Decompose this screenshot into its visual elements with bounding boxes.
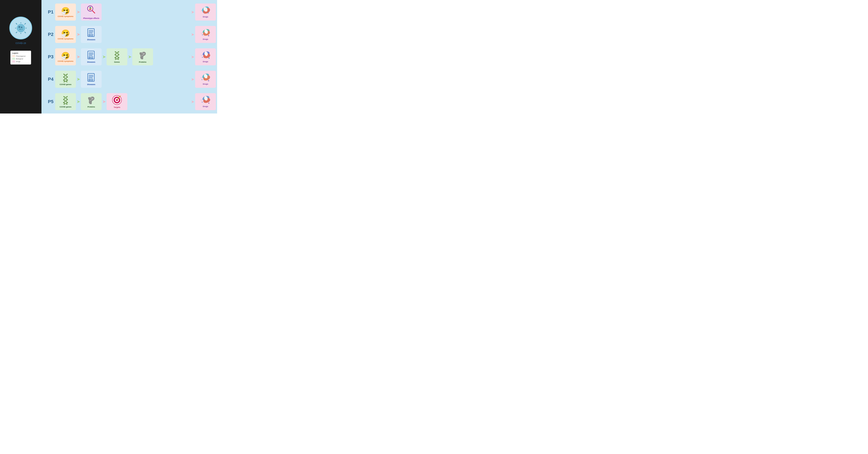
covid-genes-dna-p5-icon (61, 95, 70, 105)
p5-targets-icon (112, 95, 122, 106)
p3-drugs-label: Drugs (203, 61, 208, 63)
p4-diseases-icon (87, 73, 96, 83)
svg-point-105 (202, 102, 203, 103)
pipeline-p4: P4 COVID genes ➤ (43, 68, 216, 90)
p1-arrow-1: ➤ (76, 9, 80, 15)
p1-arrow-2: ➤ (191, 9, 194, 15)
p3-arrow-4: ➤ (191, 54, 194, 59)
svg-point-65 (202, 57, 203, 58)
svg-point-15 (25, 32, 26, 33)
proteins-p5-icon (86, 95, 96, 105)
p5-proteins-icon (86, 95, 96, 106)
p3-spacer: ➤ (153, 54, 195, 59)
p3-arrow-3: ➤ (128, 54, 132, 60)
svg-point-1 (20, 22, 21, 23)
svg-point-31 (201, 10, 202, 10)
p2-spacer: ➤ (102, 32, 195, 37)
targets-bullseye-icon (112, 95, 122, 105)
svg-point-16 (17, 24, 25, 32)
p5-proteins-label: Proteins (88, 106, 95, 108)
svg-point-13 (16, 32, 17, 33)
svg-point-44 (202, 34, 203, 35)
p1-drugs: Drugs (195, 3, 216, 21)
p4-arrow-1: ➤ (76, 77, 80, 82)
p2-drugs-label: Drugs (203, 38, 208, 40)
p3-symptoms-label: COVID symptoms (58, 60, 73, 62)
p4-drugs-label: Drugs (203, 83, 208, 85)
legend-label-phenotypical: Phenotypical (16, 55, 26, 57)
p3-genes-label: Genes (114, 61, 120, 63)
p4-drugs-icon (200, 74, 211, 83)
p3-drugs: Drugs (195, 48, 216, 65)
p3-label: P3 (43, 54, 55, 60)
svg-point-7 (26, 28, 26, 29)
sidebar: COVID-19 Layers Phenotypical Biological … (0, 0, 41, 113)
p1-covid-symptoms: 🤧 COVID symptoms (55, 3, 76, 21)
p4-covid-genes-label: COVID genes (60, 83, 71, 85)
virus-icon (15, 22, 27, 34)
covid-logo: COVID-19 (9, 17, 32, 45)
legend-color-drugs (12, 60, 15, 62)
p1-steps: 🤧 COVID symptoms ➤ (55, 1, 216, 23)
svg-point-66 (208, 57, 210, 58)
diseases-doc-icon (87, 28, 96, 37)
p5-arrow-3: ➤ (191, 99, 194, 104)
p3-diseases-label: Diseases (87, 61, 95, 63)
svg-line-100 (120, 96, 121, 96)
svg-point-67 (201, 55, 202, 55)
p2-drugs-icon (200, 29, 211, 38)
pipeline-p2: P2 🤧 COVID symptoms ➤ (43, 24, 216, 45)
p3-covid-symptoms: 🤧 COVID symptoms (55, 48, 76, 65)
svg-point-45 (208, 35, 209, 36)
svg-point-25 (90, 7, 91, 8)
p2-arrow-1: ➤ (76, 32, 80, 37)
drugs-pill-p3-icon (200, 51, 211, 59)
covid-title: COVID-19 (16, 42, 26, 45)
drugs-pill-p4-icon (200, 74, 211, 82)
p2-covid-symptoms: 🤧 COVID symptoms (55, 26, 76, 43)
p4-spacer: ➤ (102, 77, 195, 82)
p5-drugs: Drugs (195, 93, 216, 110)
p5-steps: COVID genes ➤ Proteins ➤ (55, 91, 216, 112)
svg-point-3 (20, 33, 21, 34)
svg-point-93 (92, 98, 93, 99)
p5-genes-icon (61, 95, 70, 106)
svg-point-61 (144, 53, 145, 54)
p4-diseases: Diseases (81, 71, 102, 88)
svg-rect-23 (89, 8, 91, 10)
p5-label: P5 (43, 99, 55, 104)
p2-symptoms-label: COVID symptoms (58, 38, 73, 40)
legend-box: Layers Phenotypical Biological Drugs (10, 51, 31, 64)
phenotype-magnify-icon (86, 5, 96, 15)
svg-point-9 (16, 23, 17, 24)
svg-point-107 (201, 100, 202, 100)
svg-point-86 (208, 80, 209, 81)
p1-drugs-icon (200, 6, 211, 16)
p3-arrow-1: ➤ (76, 54, 80, 60)
p4-arrow-2: ➤ (191, 77, 194, 82)
legend-title: Layers (12, 52, 29, 54)
diseases-doc-p3-icon (87, 50, 96, 60)
legend-color-biological (12, 58, 15, 60)
pipeline-p5: P5 COVID genes ➤ (43, 91, 216, 112)
p3-diseases-icon (87, 50, 96, 61)
covid-genes-dna-p4-icon (61, 73, 70, 82)
p2-diseases-icon (87, 28, 96, 38)
p1-phenotype-icon (86, 5, 96, 17)
legend-item-phenotypical: Phenotypical (12, 55, 29, 57)
p2-arrow-2: ➤ (191, 32, 194, 37)
p5-arrow-2: ➤ (102, 99, 106, 104)
legend-label-drugs: Drugs (16, 61, 20, 62)
drugs-pill-p5-icon (200, 96, 211, 104)
p3-proteins-label: Proteins (139, 61, 146, 63)
svg-point-19 (20, 29, 21, 30)
p1-phenotype-label: Phenotype effects (83, 17, 99, 19)
p5-targets: Targets (106, 93, 127, 110)
p4-drugs: Drugs (195, 71, 216, 88)
p3-steps: 🤧 COVID symptoms ➤ (55, 46, 216, 67)
svg-line-24 (92, 10, 95, 13)
svg-point-87 (201, 77, 202, 78)
svg-point-20 (21, 29, 22, 30)
p5-arrow-1: ➤ (76, 99, 80, 104)
p3-arrow-2: ➤ (102, 54, 106, 60)
